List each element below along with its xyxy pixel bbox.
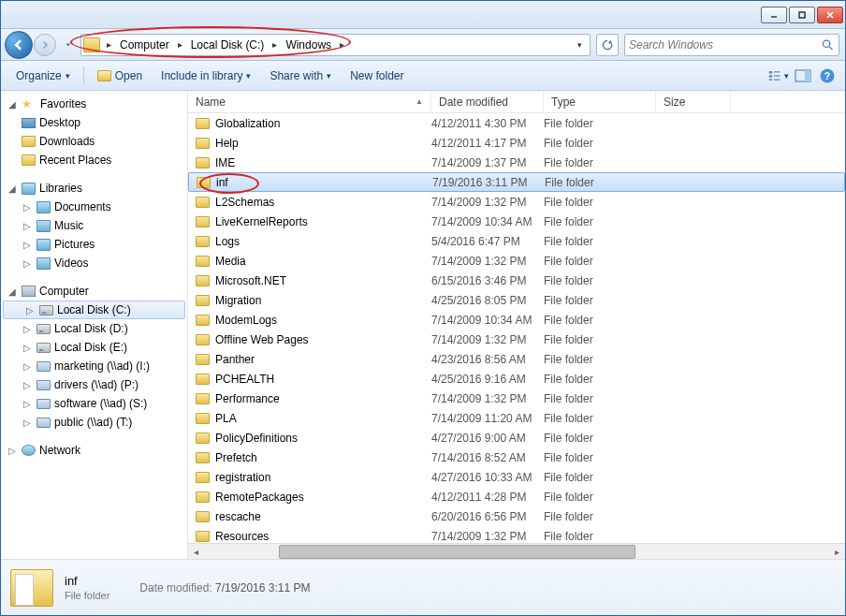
navigation-pane[interactable]: ◢★Favorites Desktop Downloads Recent Pla… xyxy=(1,91,188,559)
library-icon xyxy=(36,201,51,213)
column-name[interactable]: Name▲ xyxy=(188,91,431,112)
scroll-right-button[interactable]: ▸ xyxy=(829,544,845,560)
sidebar-documents[interactable]: ▷Documents xyxy=(1,198,187,216)
folder-open-icon xyxy=(97,70,111,81)
share-with-button[interactable]: Share with▾ xyxy=(262,66,339,86)
horizontal-scrollbar[interactable]: ◂ ▸ xyxy=(188,543,845,559)
open-button[interactable]: Open xyxy=(90,66,150,86)
help-button[interactable]: ? xyxy=(817,66,838,86)
folder-icon xyxy=(22,154,36,166)
breadcrumb-local-disk-c[interactable]: Local Disk (C:) xyxy=(186,35,270,55)
scroll-left-button[interactable]: ◂ xyxy=(188,544,204,560)
chevron-right-icon[interactable]: ▸ xyxy=(269,39,281,50)
file-type: File folder xyxy=(544,353,656,366)
file-row[interactable]: IME7/14/2009 1:37 PMFile folder xyxy=(188,153,845,172)
refresh-button[interactable] xyxy=(596,34,619,56)
file-row[interactable]: RemotePackages4/12/2011 4:28 PMFile fold… xyxy=(188,487,845,506)
sidebar-drive-software[interactable]: ▷software (\\ad) (S:) xyxy=(1,394,187,413)
chevron-right-icon[interactable]: ▸ xyxy=(103,39,115,50)
file-row[interactable]: Resources7/14/2009 1:32 PMFile folder xyxy=(188,526,845,543)
chevron-right-icon[interactable]: ▸ xyxy=(336,39,348,50)
file-row[interactable]: PCHEALTH4/25/2016 9:16 AMFile folder xyxy=(188,369,845,389)
file-row[interactable]: Help4/12/2011 4:17 PMFile folder xyxy=(188,133,845,153)
file-list-body[interactable]: Globalization4/12/2011 4:30 PMFile folde… xyxy=(188,113,845,543)
sidebar-drive-marketing[interactable]: ▷marketing (\\ad) (I:) xyxy=(1,357,187,375)
minimize-button[interactable] xyxy=(761,7,787,23)
sidebar-music[interactable]: ▷Music xyxy=(1,216,187,235)
sidebar-desktop[interactable]: Desktop xyxy=(1,113,187,132)
sidebar-drive-public[interactable]: ▷public (\\ad) (T:) xyxy=(1,413,187,432)
file-name: Logs xyxy=(215,235,240,248)
file-name: Resources xyxy=(215,530,269,543)
details-type: File folder xyxy=(65,590,109,601)
file-row[interactable]: Offline Web Pages7/14/2009 1:32 PMFile f… xyxy=(188,330,845,349)
file-row[interactable]: Panther4/23/2016 8:56 AMFile folder xyxy=(188,349,845,369)
breadcrumb-computer[interactable]: Computer xyxy=(115,35,174,55)
sidebar-drive-drivers[interactable]: ▷drivers (\\ad) (P:) xyxy=(1,375,187,394)
sidebar-downloads[interactable]: Downloads xyxy=(1,132,187,151)
file-row[interactable]: Microsoft.NET6/15/2016 3:46 PMFile folde… xyxy=(188,271,845,290)
sidebar-local-disk-e[interactable]: ▷Local Disk (E:) xyxy=(1,338,187,357)
view-options-button[interactable]: ▾ xyxy=(768,66,789,86)
sidebar-recent-places[interactable]: Recent Places xyxy=(1,151,187,169)
folder-icon xyxy=(83,37,100,52)
folder-icon xyxy=(196,413,210,424)
file-row[interactable]: Migration4/25/2016 8:05 PMFile folder xyxy=(188,290,845,310)
file-row[interactable]: PolicyDefinitions4/27/2016 9:00 AMFile f… xyxy=(188,428,845,447)
sidebar-pictures[interactable]: ▷Pictures xyxy=(1,235,187,254)
network-drive-icon xyxy=(36,418,51,428)
search-input[interactable] xyxy=(629,38,821,51)
search-icon xyxy=(821,37,835,52)
maximize-button[interactable] xyxy=(789,7,815,23)
computer-group[interactable]: ◢Computer xyxy=(1,282,187,301)
scroll-thumb[interactable] xyxy=(279,545,634,559)
file-type: File folder xyxy=(544,117,656,130)
file-row[interactable]: Performance7/14/2009 1:32 PMFile folder xyxy=(188,389,845,408)
nav-forward-button[interactable] xyxy=(34,34,56,56)
svg-point-4 xyxy=(824,40,830,47)
file-name: Panther xyxy=(215,353,255,366)
breadcrumb-windows[interactable]: Windows xyxy=(281,35,336,55)
nav-history-dropdown[interactable] xyxy=(62,34,75,56)
file-row[interactable]: inf7/19/2016 3:11 PMFile folder xyxy=(188,172,845,192)
breadcrumb[interactable]: ▸ Computer ▸ Local Disk (C:) ▸ Windows ▸… xyxy=(80,34,591,56)
network-group[interactable]: ▷Network xyxy=(1,441,187,460)
folder-icon xyxy=(196,138,210,149)
new-folder-button[interactable]: New folder xyxy=(343,66,411,86)
file-type: File folder xyxy=(544,530,656,543)
preview-pane-button[interactable] xyxy=(793,66,813,86)
chevron-right-icon[interactable]: ▸ xyxy=(174,39,186,50)
file-row[interactable]: ModemLogs7/14/2009 10:34 AMFile folder xyxy=(188,310,845,330)
nav-back-button[interactable] xyxy=(5,31,33,59)
file-row[interactable]: registration4/27/2016 10:33 AMFile folde… xyxy=(188,467,845,487)
close-button[interactable] xyxy=(817,7,843,23)
include-in-library-button[interactable]: Include in library▾ xyxy=(153,66,258,86)
file-type: File folder xyxy=(544,491,656,504)
column-type[interactable]: Type xyxy=(544,91,656,112)
sidebar-videos[interactable]: ▷Videos xyxy=(1,254,187,272)
file-name: Offline Web Pages xyxy=(215,333,309,346)
file-row[interactable]: Logs5/4/2016 6:47 PMFile folder xyxy=(188,231,845,251)
favorites-group[interactable]: ◢★Favorites xyxy=(1,95,187,113)
file-row[interactable]: PLA7/14/2009 11:20 AMFile folder xyxy=(188,408,845,428)
sidebar-local-disk-c[interactable]: ▷Local Disk (C:) xyxy=(3,301,185,319)
column-date-modified[interactable]: Date modified xyxy=(431,91,544,112)
column-size[interactable]: Size xyxy=(656,91,731,112)
file-row[interactable]: L2Schemas7/14/2009 1:32 PMFile folder xyxy=(188,192,845,212)
file-row[interactable]: LiveKernelReports7/14/2009 10:34 AMFile … xyxy=(188,212,845,231)
file-row[interactable]: Prefetch7/14/2016 8:52 AMFile folder xyxy=(188,447,845,467)
svg-rect-6 xyxy=(769,71,772,74)
file-type: File folder xyxy=(544,274,656,287)
libraries-group[interactable]: ◢Libraries xyxy=(1,179,187,198)
file-row[interactable]: Media7/14/2009 1:32 PMFile folder xyxy=(188,251,845,271)
file-row[interactable]: rescache6/20/2016 6:56 PMFile folder xyxy=(188,506,845,526)
file-date: 6/20/2016 6:56 PM xyxy=(431,510,544,523)
chevron-down-icon[interactable]: ▾ xyxy=(574,40,586,50)
sidebar-local-disk-d[interactable]: ▷Local Disk (D:) xyxy=(1,319,187,338)
file-row[interactable]: Globalization4/12/2011 4:30 PMFile folde… xyxy=(188,113,845,133)
file-type: File folder xyxy=(544,451,656,464)
organize-button[interactable]: Organize▾ xyxy=(8,66,78,86)
file-name: rescache xyxy=(215,510,261,523)
folder-icon xyxy=(196,236,210,247)
search-box[interactable] xyxy=(624,34,839,56)
